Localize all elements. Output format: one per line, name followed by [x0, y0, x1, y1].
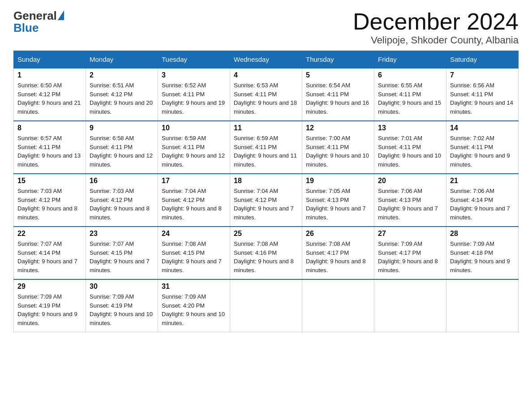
- day-info: Sunrise: 7:03 AMSunset: 4:12 PMDaylight:…: [17, 188, 77, 221]
- weekday-header-sunday: Sunday: [14, 51, 86, 68]
- day-number: 29: [17, 283, 82, 291]
- day-number: 15: [17, 177, 82, 185]
- calendar-day-cell: 7 Sunrise: 6:56 AMSunset: 4:11 PMDayligh…: [446, 68, 519, 121]
- day-number: 14: [450, 124, 515, 132]
- day-number: 7: [450, 71, 515, 79]
- day-number: 11: [234, 124, 298, 132]
- calendar-day-cell: 3 Sunrise: 6:52 AMSunset: 4:11 PMDayligh…: [158, 68, 230, 121]
- calendar-day-cell: 26 Sunrise: 7:08 AMSunset: 4:17 PMDaylig…: [302, 227, 374, 279]
- calendar-day-cell: 16 Sunrise: 7:03 AMSunset: 4:12 PMDaylig…: [86, 174, 158, 227]
- calendar-header: SundayMondayTuesdayWednesdayThursdayFrid…: [14, 51, 519, 68]
- calendar-day-cell: [374, 279, 446, 332]
- calendar-body: 1 Sunrise: 6:50 AMSunset: 4:12 PMDayligh…: [14, 68, 519, 332]
- calendar-day-cell: 29 Sunrise: 7:09 AMSunset: 4:19 PMDaylig…: [14, 279, 86, 332]
- calendar-day-cell: 23 Sunrise: 7:07 AMSunset: 4:15 PMDaylig…: [86, 227, 158, 279]
- day-info: Sunrise: 7:01 AMSunset: 4:11 PMDaylight:…: [378, 135, 441, 168]
- day-number: 5: [306, 71, 370, 79]
- day-info: Sunrise: 6:53 AMSunset: 4:11 PMDaylight:…: [234, 82, 297, 115]
- calendar-day-cell: [446, 279, 519, 332]
- day-info: Sunrise: 7:09 AMSunset: 4:19 PMDaylight:…: [17, 293, 77, 326]
- day-number: 23: [90, 230, 154, 238]
- day-number: 1: [17, 71, 82, 79]
- calendar-day-cell: 17 Sunrise: 7:04 AMSunset: 4:12 PMDaylig…: [158, 174, 230, 227]
- calendar-day-cell: 4 Sunrise: 6:53 AMSunset: 4:11 PMDayligh…: [230, 68, 302, 121]
- weekday-header-wednesday: Wednesday: [230, 51, 302, 68]
- day-number: 21: [450, 177, 515, 185]
- day-info: Sunrise: 7:00 AMSunset: 4:11 PMDaylight:…: [306, 135, 369, 168]
- calendar-table: SundayMondayTuesdayWednesdayThursdayFrid…: [13, 51, 519, 332]
- logo-flag-icon: [58, 10, 64, 20]
- location-subtitle: Velipoje, Shkoder County, Albania: [353, 34, 519, 46]
- calendar-day-cell: 21 Sunrise: 7:06 AMSunset: 4:14 PMDaylig…: [446, 174, 519, 227]
- calendar-day-cell: 25 Sunrise: 7:08 AMSunset: 4:16 PMDaylig…: [230, 227, 302, 279]
- day-info: Sunrise: 7:08 AMSunset: 4:16 PMDaylight:…: [234, 240, 294, 274]
- calendar-day-cell: 11 Sunrise: 6:59 AMSunset: 4:11 PMDaylig…: [230, 121, 302, 174]
- day-info: Sunrise: 7:09 AMSunset: 4:20 PMDaylight:…: [162, 293, 225, 326]
- weekday-header-row: SundayMondayTuesdayWednesdayThursdayFrid…: [14, 51, 519, 68]
- day-info: Sunrise: 6:59 AMSunset: 4:11 PMDaylight:…: [234, 135, 297, 168]
- day-info: Sunrise: 7:06 AMSunset: 4:14 PMDaylight:…: [450, 188, 510, 221]
- day-info: Sunrise: 7:08 AMSunset: 4:17 PMDaylight:…: [306, 240, 366, 274]
- day-info: Sunrise: 6:55 AMSunset: 4:11 PMDaylight:…: [378, 82, 441, 115]
- day-info: Sunrise: 7:07 AMSunset: 4:14 PMDaylight:…: [17, 240, 77, 274]
- day-info: Sunrise: 7:09 AMSunset: 4:17 PMDaylight:…: [378, 240, 438, 274]
- weekday-header-monday: Monday: [86, 51, 158, 68]
- day-number: 8: [17, 124, 82, 132]
- calendar-day-cell: 24 Sunrise: 7:08 AMSunset: 4:15 PMDaylig…: [158, 227, 230, 279]
- month-title: December 2024: [353, 9, 519, 34]
- calendar-day-cell: 8 Sunrise: 6:57 AMSunset: 4:11 PMDayligh…: [14, 121, 86, 174]
- calendar-day-cell: 2 Sunrise: 6:51 AMSunset: 4:12 PMDayligh…: [86, 68, 158, 121]
- day-number: 26: [306, 230, 370, 238]
- day-number: 3: [162, 71, 226, 79]
- calendar-day-cell: 10 Sunrise: 6:59 AMSunset: 4:11 PMDaylig…: [158, 121, 230, 174]
- day-number: 9: [90, 124, 154, 132]
- day-number: 20: [378, 177, 442, 185]
- calendar-day-cell: 28 Sunrise: 7:09 AMSunset: 4:18 PMDaylig…: [446, 227, 519, 279]
- day-info: Sunrise: 7:06 AMSunset: 4:13 PMDaylight:…: [378, 188, 438, 221]
- day-info: Sunrise: 7:04 AMSunset: 4:12 PMDaylight:…: [234, 188, 294, 221]
- day-number: 4: [234, 71, 298, 79]
- calendar-week-row: 1 Sunrise: 6:50 AMSunset: 4:12 PMDayligh…: [14, 68, 519, 121]
- day-info: Sunrise: 7:04 AMSunset: 4:12 PMDaylight:…: [162, 188, 222, 221]
- calendar-day-cell: 1 Sunrise: 6:50 AMSunset: 4:12 PMDayligh…: [14, 68, 86, 121]
- day-info: Sunrise: 7:09 AMSunset: 4:19 PMDaylight:…: [90, 293, 153, 326]
- calendar-day-cell: 22 Sunrise: 7:07 AMSunset: 4:14 PMDaylig…: [14, 227, 86, 279]
- calendar-day-cell: 20 Sunrise: 7:06 AMSunset: 4:13 PMDaylig…: [374, 174, 446, 227]
- calendar-week-row: 15 Sunrise: 7:03 AMSunset: 4:12 PMDaylig…: [14, 174, 519, 227]
- day-info: Sunrise: 6:57 AMSunset: 4:11 PMDaylight:…: [17, 135, 81, 168]
- calendar-day-cell: 31 Sunrise: 7:09 AMSunset: 4:20 PMDaylig…: [158, 279, 230, 332]
- day-info: Sunrise: 7:05 AMSunset: 4:13 PMDaylight:…: [306, 188, 366, 221]
- calendar-day-cell: 30 Sunrise: 7:09 AMSunset: 4:19 PMDaylig…: [86, 279, 158, 332]
- calendar-day-cell: [230, 279, 302, 332]
- day-number: 30: [90, 283, 154, 291]
- calendar-day-cell: 15 Sunrise: 7:03 AMSunset: 4:12 PMDaylig…: [14, 174, 86, 227]
- day-number: 6: [378, 71, 442, 79]
- day-number: 19: [306, 177, 370, 185]
- weekday-header-saturday: Saturday: [446, 51, 519, 68]
- day-info: Sunrise: 6:52 AMSunset: 4:11 PMDaylight:…: [162, 82, 225, 115]
- day-number: 2: [90, 71, 154, 79]
- day-info: Sunrise: 6:56 AMSunset: 4:11 PMDaylight:…: [450, 82, 513, 115]
- day-info: Sunrise: 6:51 AMSunset: 4:12 PMDaylight:…: [90, 82, 153, 115]
- calendar-day-cell: [302, 279, 374, 332]
- weekday-header-friday: Friday: [374, 51, 446, 68]
- day-info: Sunrise: 6:58 AMSunset: 4:11 PMDaylight:…: [90, 135, 153, 168]
- calendar-week-row: 8 Sunrise: 6:57 AMSunset: 4:11 PMDayligh…: [14, 121, 519, 174]
- day-info: Sunrise: 6:54 AMSunset: 4:11 PMDaylight:…: [306, 82, 369, 115]
- weekday-header-thursday: Thursday: [302, 51, 374, 68]
- calendar-day-cell: 18 Sunrise: 7:04 AMSunset: 4:12 PMDaylig…: [230, 174, 302, 227]
- calendar-day-cell: 5 Sunrise: 6:54 AMSunset: 4:11 PMDayligh…: [302, 68, 374, 121]
- day-info: Sunrise: 6:50 AMSunset: 4:12 PMDaylight:…: [17, 82, 81, 115]
- day-number: 27: [378, 230, 442, 238]
- day-info: Sunrise: 7:02 AMSunset: 4:11 PMDaylight:…: [450, 135, 510, 168]
- calendar-day-cell: 13 Sunrise: 7:01 AMSunset: 4:11 PMDaylig…: [374, 121, 446, 174]
- weekday-header-tuesday: Tuesday: [158, 51, 230, 68]
- day-number: 10: [162, 124, 226, 132]
- calendar-day-cell: 6 Sunrise: 6:55 AMSunset: 4:11 PMDayligh…: [374, 68, 446, 121]
- calendar-day-cell: 27 Sunrise: 7:09 AMSunset: 4:17 PMDaylig…: [374, 227, 446, 279]
- calendar-week-row: 22 Sunrise: 7:07 AMSunset: 4:14 PMDaylig…: [14, 227, 519, 279]
- calendar-day-cell: 9 Sunrise: 6:58 AMSunset: 4:11 PMDayligh…: [86, 121, 158, 174]
- day-info: Sunrise: 6:59 AMSunset: 4:11 PMDaylight:…: [162, 135, 225, 168]
- calendar-day-cell: 12 Sunrise: 7:00 AMSunset: 4:11 PMDaylig…: [302, 121, 374, 174]
- day-number: 24: [162, 230, 226, 238]
